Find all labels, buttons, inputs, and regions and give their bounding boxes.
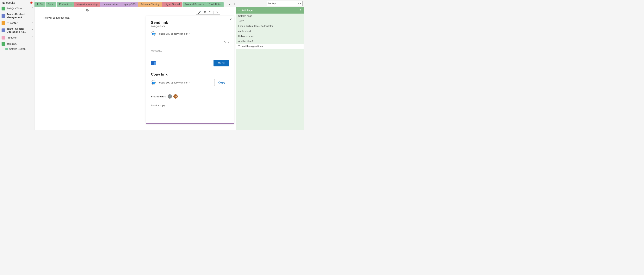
notebook-color-swatch — [2, 21, 5, 25]
separator — [213, 11, 214, 14]
notebook-label: Ted @ NTIVA — [6, 7, 31, 10]
people-icon: 👥 — [151, 80, 156, 85]
notebook-item[interactable]: demo123 ˄ — [0, 41, 34, 47]
chevron-down-icon[interactable]: ˅ — [32, 7, 33, 10]
outlook-icon[interactable] — [151, 61, 156, 65]
settings-icon[interactable]: ⚙ — [204, 11, 206, 14]
notebook-label: IT Center — [6, 22, 31, 24]
chevron-down-icon[interactable]: ˅ — [32, 22, 33, 24]
notebook-label: Products — [6, 36, 31, 39]
tabs-overflow[interactable]: ... ▾ — [224, 2, 232, 6]
notebook-color-swatch — [2, 36, 5, 40]
section-tab[interactable]: Potential Products — [182, 2, 206, 6]
notebooks-header: Notebooks 📌 — [0, 0, 34, 6]
message-input[interactable] — [151, 49, 229, 52]
edit-icon[interactable]: ✎ — [224, 41, 226, 44]
shared-with-label: Shared with: — [151, 95, 166, 98]
chevron-down-icon[interactable]: ˅ — [32, 14, 33, 17]
shared-avatar-user[interactable]: TB — [174, 94, 178, 98]
dialog-subtitle: Ted @ NTIVA — [151, 25, 229, 28]
chevron-down-icon[interactable]: ⌄ — [227, 41, 229, 44]
search-box[interactable]: backup × ▾ — [267, 1, 303, 6]
sort-icon[interactable]: ⇅ — [300, 9, 302, 12]
permission-text: People you specify can edit — [158, 32, 188, 35]
chevron-down-icon[interactable]: ˅ — [32, 36, 33, 39]
notebook-label: demo123 — [6, 42, 31, 46]
microphone-icon[interactable]: 🎤 — [198, 11, 201, 14]
pin-icon[interactable]: 📌 — [30, 1, 33, 4]
send-button[interactable]: Send — [214, 60, 229, 66]
chevron-up-icon[interactable]: ˄ — [32, 42, 33, 45]
notebook-item[interactable]: Team - Special Operations No... ˅ — [0, 26, 34, 34]
dialog-title: Send link — [151, 20, 229, 25]
recipient-input[interactable] — [151, 40, 224, 44]
page-item[interactable]: Hello everyone — [236, 34, 304, 39]
add-page-label: Add Page — [242, 9, 252, 12]
notebook-item[interactable]: Products ˅ — [0, 34, 34, 41]
search-clear-icon[interactable]: × — [298, 2, 299, 5]
section-tab[interactable]: Quick Notes — [206, 2, 224, 6]
section-tab[interactable]: Legacy-DTS — [120, 2, 138, 6]
add-page-button[interactable]: + Add Page ⇅ — [236, 7, 304, 14]
section-tab[interactable]: Higher Ground — [162, 2, 182, 6]
shared-with-row: Shared with: 🔗 TB — [151, 94, 229, 98]
notebook-color-swatch — [2, 14, 5, 18]
send-a-copy-link[interactable]: Send a copy — [151, 104, 229, 107]
people-icon: 👥 — [151, 31, 156, 36]
permission-selector[interactable]: 👥 People you specify can edit › — [151, 31, 229, 36]
pages-sidebar: + Add Page ⇅ Untitled pageTest2I had a b… — [236, 7, 304, 130]
floating-toolbar: 🎤 ⚙ ? ✕ — [196, 10, 220, 15]
section-tab[interactable]: Demo — [46, 2, 56, 6]
notebooks-title: Notebooks — [2, 1, 15, 4]
tab-add-button[interactable]: + — [232, 2, 237, 6]
section-tab[interactable]: Productions — [57, 2, 74, 6]
section-item[interactable]: Untitled Section — [0, 47, 34, 51]
page-item[interactable]: I had a brilliant Idea.. Do this later — [236, 24, 304, 29]
chevron-down-icon[interactable]: ˅ — [32, 29, 33, 32]
section-tab[interactable]: Integrations meeting — [74, 2, 100, 6]
page-item[interactable]: Test2 — [236, 18, 304, 24]
chevron-right-icon: › — [189, 81, 190, 84]
chevron-right-icon: › — [189, 32, 190, 35]
notebook-label: Team - Product Management ... — [6, 13, 31, 19]
section-color-swatch — [6, 48, 8, 50]
notebook-color-swatch — [2, 42, 5, 46]
search-dropdown-icon[interactable]: ▾ — [300, 2, 301, 5]
page-item[interactable]: asdfasdfasdf — [236, 29, 304, 34]
plus-icon: + — [238, 8, 240, 12]
page-item[interactable]: Another idea!! — [236, 39, 304, 44]
page-item[interactable]: Untitled page — [236, 14, 304, 18]
note-title-text[interactable]: This will be a great idea — [43, 16, 70, 19]
copy-permission-text: People you specify can edit — [158, 81, 188, 84]
notebook-color-swatch — [2, 28, 5, 32]
share-dialog: ✕ Send link Ted @ NTIVA 👥 People you spe… — [146, 16, 234, 124]
recipient-field[interactable]: ✎ ⌄ — [151, 40, 229, 45]
notebooks-sidebar: Notebooks 📌 Ted @ NTIVA ˅ Team - Product… — [0, 0, 34, 130]
section-tab[interactable]: To Do — [34, 2, 45, 6]
section-tab[interactable]: Harmonization — [100, 2, 120, 6]
notebook-item[interactable]: IT Center ˅ — [0, 20, 34, 26]
notebook-label: Team - Special Operations No... — [6, 27, 31, 33]
notebook-item[interactable]: Ted @ NTIVA ˅ — [0, 6, 34, 12]
search-value: backup — [268, 2, 298, 5]
page-item[interactable]: This will be a great idea — [236, 44, 304, 49]
notebook-color-swatch — [2, 6, 5, 10]
close-toolbar-icon[interactable]: ✕ — [216, 11, 218, 14]
shared-avatar-link[interactable]: 🔗 — [168, 94, 172, 98]
section-tabs-bar: To DoDemoProductionsIntegrations meeting… — [34, 1, 265, 6]
section-label: Untitled Section — [9, 48, 26, 50]
section-tab[interactable]: Automate Training — [138, 2, 162, 6]
copy-link-title: Copy link — [151, 72, 229, 76]
help-icon[interactable]: ? — [209, 11, 210, 14]
copy-button[interactable]: Copy — [214, 79, 229, 86]
dialog-close-icon[interactable]: ✕ — [230, 18, 232, 21]
notebook-item[interactable]: Team - Product Management ... ˅ — [0, 12, 34, 20]
